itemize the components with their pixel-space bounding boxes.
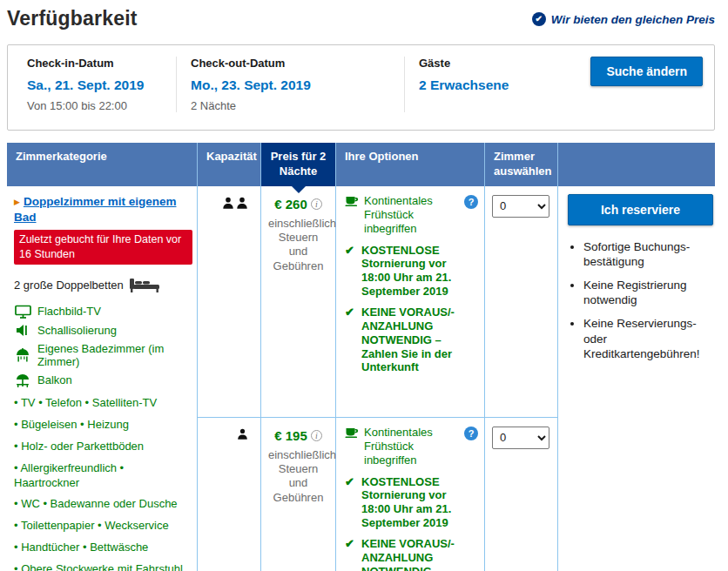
checkout-column: Check-out-Datum Mo., 23. Sept. 2019 2 Nä… bbox=[177, 57, 405, 112]
check-icon: ✔ bbox=[345, 306, 357, 374]
header-room-category: Zimmerkategorie bbox=[7, 143, 198, 186]
header-empty bbox=[558, 143, 715, 186]
amenity-label: Balkon bbox=[37, 373, 72, 386]
amenity-label: Schallisolierung bbox=[37, 324, 117, 337]
guests-value-link[interactable]: 2 Erwachsene bbox=[419, 77, 509, 93]
check-icon: ✔ bbox=[345, 475, 357, 530]
room-quantity-select-row2[interactable]: 0 bbox=[492, 427, 549, 449]
table-body: ▶Doppelzimmer mit eigenem Bad Zuletzt ge… bbox=[7, 186, 715, 571]
breakfast-label: Kontinentales Frühstück inbegriffen bbox=[364, 194, 456, 237]
options-cell-row1: Kontinentales Frühstück inbegriffen ? ✔ … bbox=[336, 186, 485, 418]
feature-line: • Bügeleisen • Heizung bbox=[14, 418, 188, 433]
room-quantity-select-row1[interactable]: 0 bbox=[492, 195, 549, 218]
page-title: Verfügbarkeit bbox=[7, 7, 138, 30]
breakfast-label: Kontinentales Frühstück inbegriffen bbox=[364, 426, 456, 468]
select-cell-row1: 0 bbox=[485, 186, 558, 418]
check-icon: ✔ bbox=[345, 244, 357, 299]
checkout-label: Check-out-Datum bbox=[191, 57, 390, 70]
select-cell-row2: 0 bbox=[485, 418, 558, 571]
urgency-badge: Zuletzt gebucht für Ihre Daten vor 16 St… bbox=[14, 230, 192, 265]
amenity-item: Balkon bbox=[14, 373, 188, 387]
help-question-icon[interactable]: ? bbox=[464, 195, 478, 209]
options-cell-row2: Kontinentales Frühstück inbegriffen ? ✔ … bbox=[336, 418, 485, 571]
price-value: € 260 bbox=[274, 197, 307, 212]
price-cell-row1: € 260i einschließlich Steuern und Gebühr… bbox=[261, 186, 336, 418]
breakfast-line: Kontinentales Frühstück inbegriffen bbox=[345, 194, 456, 237]
one-person-icon bbox=[237, 428, 248, 440]
amenity-label: Eigenes Badezimmer (im Zimmer) bbox=[37, 342, 188, 368]
feature-line: • Toilettenpapier • Weckservice bbox=[14, 519, 188, 534]
price-info-icon[interactable]: i bbox=[311, 430, 322, 441]
header-options: Ihre Optionen bbox=[336, 143, 485, 186]
help-question-icon[interactable]: ? bbox=[464, 427, 478, 440]
feature-line: • TV • Telefon • Satelliten-TV bbox=[14, 396, 188, 411]
guests-label: Gäste bbox=[419, 57, 509, 70]
price-value: € 195 bbox=[274, 428, 307, 443]
availability-table: Zimmerkategorie Kapazität Preis für 2 Nä… bbox=[7, 143, 715, 571]
guests-column: Gäste 2 Erwachsene bbox=[405, 57, 522, 112]
room-features-list: • TV • Telefon • Satelliten-TV • Bügelei… bbox=[14, 396, 188, 571]
booking-benefits-list: Sofortige Buchungs-bestätigung Keine Reg… bbox=[583, 239, 714, 362]
double-bed-icon bbox=[130, 278, 159, 292]
feature-line: • Handtücher • Bettwäsche bbox=[14, 541, 188, 555]
search-summary-box: Check-in-Datum Sa., 21. Sept. 2019 Von 1… bbox=[7, 44, 715, 131]
free-cancellation-option: ✔ KOSTENLOSE Stornierung vor 18:00 Uhr a… bbox=[345, 244, 477, 299]
benefit-item: Keine Reservierungs- oder Kreditkartenge… bbox=[583, 316, 714, 362]
price-match-note: ✔ Wir bieten den gleichen Preis bbox=[532, 12, 715, 26]
capacity-cell-row1 bbox=[198, 186, 261, 418]
amenity-label: Flachbild-TV bbox=[37, 305, 101, 318]
breakfast-line: Kontinentales Frühstück inbegriffen bbox=[345, 426, 456, 468]
balcony-parasol-icon bbox=[14, 373, 31, 387]
table-header-row: Zimmerkategorie Kapazität Preis für 2 Nä… bbox=[7, 143, 715, 186]
price-note: einschließlich Steuern und Gebühren bbox=[268, 448, 328, 505]
no-prepayment-option: ✔ KEINE VORAUS/-ANZAHLUNG NOTWENDIG – Za… bbox=[345, 306, 477, 374]
room-title: ▶Doppelzimmer mit eigenem Bad bbox=[14, 194, 188, 225]
no-prepayment-text: KEINE VORAUS/-ANZAHLUNG NOTWENDIG – Zahl… bbox=[361, 306, 477, 374]
amenity-item: Flachbild-TV bbox=[14, 305, 188, 319]
checkin-time-note: Von 15:00 bis 22:00 bbox=[27, 99, 162, 112]
no-prepayment-text: KEINE VORAUS/-ANZAHLUNG NOTWENDIG – Zahl… bbox=[361, 537, 477, 571]
amenity-item: Eigenes Badezimmer (im Zimmer) bbox=[14, 342, 188, 368]
room-category-cell: ▶Doppelzimmer mit eigenem Bad Zuletzt ge… bbox=[7, 186, 198, 571]
coffee-cup-icon bbox=[345, 194, 359, 237]
feature-line: • Holz- oder Parkettböden bbox=[14, 440, 188, 454]
feature-line: • WC • Badewanne oder Dusche bbox=[14, 497, 188, 512]
room-triangle-icon: ▶ bbox=[14, 198, 20, 206]
feature-line: • Obere Stockwerke mit Fahrstuhl erreich… bbox=[14, 562, 188, 571]
room-name-link[interactable]: Doppelzimmer mit eigenem Bad bbox=[14, 195, 176, 224]
checkin-label: Check-in-Datum bbox=[27, 57, 162, 70]
soundproofing-icon bbox=[14, 324, 31, 337]
capacity-cell-row2 bbox=[198, 418, 261, 571]
feature-line: • Allergikerfreundlich • Haartrockner bbox=[14, 461, 188, 491]
price-note: einschließlich Steuern und Gebühren bbox=[268, 217, 328, 273]
price-info-icon[interactable]: i bbox=[311, 198, 322, 210]
header-select-room: Zimmer auswählen bbox=[485, 143, 558, 186]
benefit-item: Sofortige Buchungs-bestätigung bbox=[583, 239, 714, 270]
checkin-date-link[interactable]: Sa., 21. Sept. 2019 bbox=[27, 77, 162, 93]
nights-note: 2 Nächte bbox=[191, 99, 390, 112]
checkin-column: Check-in-Datum Sa., 21. Sept. 2019 Von 1… bbox=[27, 57, 177, 112]
free-cancellation-text: KOSTENLOSE Stornierung vor 18:00 Uhr am … bbox=[361, 475, 477, 530]
coffee-cup-icon bbox=[345, 426, 359, 468]
price-cell-row2: € 195i einschließlich Steuern und Gebühr… bbox=[261, 418, 336, 571]
reserve-button[interactable]: Ich reserviere bbox=[568, 194, 713, 225]
no-prepayment-option: ✔ KEINE VORAUS/-ANZAHLUNG NOTWENDIG – Za… bbox=[345, 537, 477, 571]
free-cancellation-option: ✔ KOSTENLOSE Stornierung vor 18:00 Uhr a… bbox=[345, 475, 477, 530]
change-search-button[interactable]: Suche ändern bbox=[590, 57, 703, 86]
reserve-cell: Ich reserviere Sofortige Buchungs-bestät… bbox=[558, 186, 716, 571]
price-match-label: Wir bieten den gleichen Preis bbox=[551, 13, 715, 26]
bed-info-text: 2 große Doppelbetten bbox=[14, 279, 124, 292]
benefit-item: Keine Registrierung notwendig bbox=[583, 278, 714, 308]
flatscreen-tv-icon bbox=[14, 305, 31, 319]
private-bathroom-icon bbox=[14, 348, 31, 362]
top-bar: Verfügbarkeit ✔ Wir bieten den gleichen … bbox=[0, 0, 728, 30]
two-persons-icon bbox=[222, 197, 248, 210]
check-icon: ✔ bbox=[345, 537, 357, 571]
amenities-list: Flachbild-TV Schallisolierung bbox=[14, 305, 188, 387]
header-capacity: Kapazität bbox=[198, 143, 261, 186]
amenity-item: Schallisolierung bbox=[14, 324, 188, 337]
price-match-badge-icon: ✔ bbox=[532, 12, 546, 26]
checkout-date-link[interactable]: Mo., 23. Sept. 2019 bbox=[191, 77, 390, 93]
free-cancellation-text: KOSTENLOSE Stornierung vor 18:00 Uhr am … bbox=[361, 244, 477, 299]
header-price: Preis für 2 Nächte bbox=[261, 143, 336, 186]
